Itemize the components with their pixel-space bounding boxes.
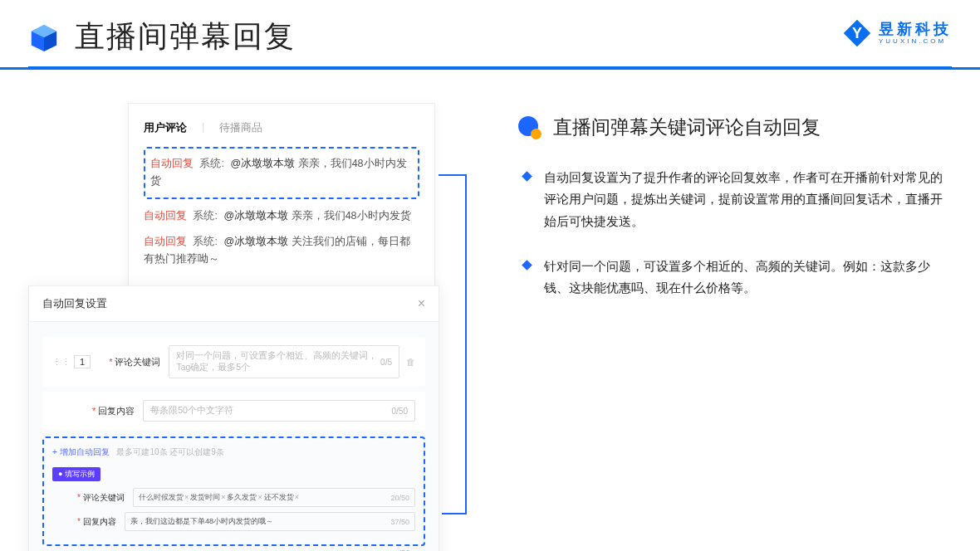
bubble-icon xyxy=(518,116,541,139)
connector-line xyxy=(465,174,467,514)
header-divider xyxy=(28,66,952,68)
panel-tabs: 用户评论 | 待播商品 xyxy=(144,120,419,135)
bullet-text: 自动回复设置为了提升作者的评论回复效率，作者可在开播前针对常见的评论用户问题，提… xyxy=(544,167,952,232)
bullet-point: 自动回复设置为了提升作者的评论回复效率，作者可在开播前针对常见的评论用户问题，提… xyxy=(518,167,952,232)
cube-icon xyxy=(28,22,60,53)
comment-mention: @冰墩墩本墩 xyxy=(230,158,295,169)
highlighted-comment: 自动回复 系统: @冰墩墩本墩 亲亲，我们48小时内发货 xyxy=(144,147,419,199)
keyword-row: ⋮⋮1 * 评论关键词 对同一个问题，可设置多个相近、高频的关键词，Tag确定，… xyxy=(42,337,425,387)
keyword-tag[interactable]: 还不发货 xyxy=(264,492,299,503)
auto-reply-label: 自动回复 xyxy=(150,158,194,169)
example-box: + 增加自动回复 最多可建10条 还可以创建9条 ● 填写示例 * 评论关键词 … xyxy=(42,436,425,546)
tab-pending-products[interactable]: 待播商品 xyxy=(219,120,262,135)
keyword-tag[interactable]: 多久发货 xyxy=(227,492,262,503)
section-title-text: 直播间弹幕关键词评论自动回复 xyxy=(553,115,821,140)
keyword-tag[interactable]: 什么时候发货 xyxy=(139,492,189,503)
page-title: 直播间弹幕回复 xyxy=(75,17,296,57)
keyword-input[interactable]: 对同一个问题，可设置多个相近、高频的关键词，Tag确定，最多5个 0/5 xyxy=(169,345,399,378)
section-heading: 直播间弹幕关键词评论自动回复 xyxy=(518,115,952,140)
connector-line xyxy=(439,174,467,176)
comments-panel: 用户评论 | 待播商品 自动回复 系统: @冰墩墩本墩 亲亲，我们48小时内发货… xyxy=(128,103,435,294)
example-reply-input[interactable]: 亲，我们这边都是下单48小时内发货的哦～ 37/50 xyxy=(125,512,415,531)
example-reply-row: * 回复内容 亲，我们这边都是下单48小时内发货的哦～ 37/50 xyxy=(52,512,415,531)
settings-title: 自动回复设置 xyxy=(42,296,107,311)
explanation-area: 直播间弹幕关键词评论自动回复 自动回复设置为了提升作者的评论回复效率，作者可在开… xyxy=(452,103,952,322)
diamond-icon xyxy=(522,171,532,182)
example-keyword-input[interactable]: 什么时候发货发货时间多久发货还不发货 20/50 xyxy=(133,488,415,507)
add-hint: 最多可建10条 还可以创建9条 xyxy=(116,447,223,456)
tail-count: /50 xyxy=(42,546,425,551)
bullet-text: 针对同一个问题，可设置多个相近的、高频的关键词。例如：这款多少钱、这块能优惠吗、… xyxy=(544,256,952,300)
comment-item: 自动回复 系统: @冰墩墩本墩 关注我们的店铺，每日都有热门推荐呦～ xyxy=(144,233,419,269)
connector-line xyxy=(442,513,467,514)
slide-header: 直播间弹幕回复 xyxy=(0,0,980,70)
screenshot-area: 用户评论 | 待播商品 自动回复 系统: @冰墩墩本墩 亲亲，我们48小时内发货… xyxy=(28,103,452,322)
keyword-label: 评论关键词 xyxy=(115,356,160,368)
reply-input[interactable]: 每条限50个中文字符 0/50 xyxy=(143,400,415,422)
bullet-point: 针对同一个问题，可设置多个相近的、高频的关键词。例如：这款多少钱、这块能优惠吗、… xyxy=(518,256,952,300)
svg-text:Y: Y xyxy=(852,25,862,41)
tab-user-comments[interactable]: 用户评论 xyxy=(144,120,187,135)
tab-separator: | xyxy=(202,120,204,135)
brand-logo: Y 昱新科技 YUUXIN.COM xyxy=(842,18,952,48)
example-keyword-row: * 评论关键词 什么时候发货发货时间多久发货还不发货 20/50 xyxy=(52,488,415,507)
system-label: 系统: xyxy=(199,158,223,169)
close-icon[interactable]: × xyxy=(418,296,425,311)
comment-item: 自动回复 系统: @冰墩墩本墩 亲亲，我们48小时内发货 xyxy=(144,207,419,225)
delete-icon[interactable]: 🗑 xyxy=(406,357,415,367)
reply-row: * 回复内容 每条限50个中文字符 0/50 xyxy=(42,392,425,430)
keyword-tag[interactable]: 发货时间 xyxy=(190,492,225,503)
settings-panel: 自动回复设置 × ⋮⋮1 * 评论关键词 对同一个问题，可设置多个相近、高频的关… xyxy=(28,285,439,551)
brand-name-cn: 昱新科技 xyxy=(879,22,952,37)
brand-name-en: YUUXIN.COM xyxy=(879,38,952,45)
add-reply-link[interactable]: + 增加自动回复 xyxy=(52,447,110,456)
diamond-icon xyxy=(522,260,532,271)
example-badge: ● 填写示例 xyxy=(52,467,100,481)
brand-icon: Y xyxy=(842,18,872,48)
reply-label: 回复内容 xyxy=(98,405,135,417)
row-index: 1 xyxy=(74,355,91,368)
